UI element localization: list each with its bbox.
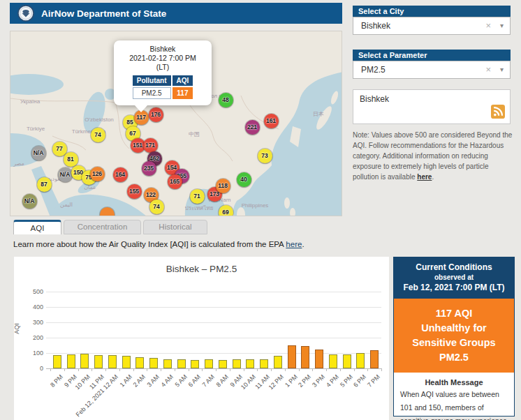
chart-bar[interactable] bbox=[163, 359, 172, 368]
map-marker[interactable]: 155 bbox=[127, 184, 142, 199]
chart-gridline bbox=[46, 307, 381, 308]
city-clear-icon[interactable]: × bbox=[485, 17, 491, 34]
chart-bar[interactable] bbox=[80, 354, 89, 368]
x-axis-line bbox=[46, 368, 381, 369]
chart-bar[interactable] bbox=[274, 356, 282, 368]
map-marker[interactable]: 126 bbox=[90, 167, 105, 181]
map-country-label: Philippines bbox=[242, 202, 269, 209]
chart-bar[interactable] bbox=[53, 355, 61, 368]
cc-title: Current Conditions bbox=[397, 262, 511, 273]
y-axis-tick-label: 400 bbox=[21, 303, 43, 310]
map[interactable]: УкраїнаTürkiyeO'zbekistonTürkmenistanمصر… bbox=[10, 31, 342, 216]
cc-aqi-value: 117 AQI bbox=[398, 306, 510, 321]
map-marker[interactable]: 40 bbox=[237, 172, 251, 187]
select-city-header: Select a City bbox=[353, 6, 511, 17]
map-country-label: اليمن bbox=[60, 202, 73, 208]
x-axis-tick bbox=[340, 368, 341, 371]
y-axis-tick-label: 200 bbox=[21, 334, 43, 341]
x-axis-tick bbox=[189, 368, 189, 371]
chart-bar[interactable] bbox=[219, 360, 227, 368]
chart-bar[interactable] bbox=[205, 359, 213, 368]
map-marker[interactable]: 221 bbox=[245, 120, 260, 135]
chart-bar[interactable] bbox=[315, 350, 323, 368]
chart-bar[interactable] bbox=[67, 354, 75, 368]
map-marker[interactable]: 171 bbox=[143, 138, 158, 153]
tab-concentration[interactable]: Concentration bbox=[64, 220, 141, 234]
map-marker[interactable]: 176 bbox=[149, 107, 163, 122]
chart-bar[interactable] bbox=[108, 355, 117, 368]
popup-pollutant-value: PM2.5 bbox=[133, 87, 171, 99]
chart-bar[interactable] bbox=[301, 346, 309, 368]
select-parameter-header: Select a Parameter bbox=[353, 50, 511, 61]
city-select[interactable]: Bishkek × ▾ bbox=[353, 17, 511, 35]
health-message-title: Health Message bbox=[394, 378, 514, 387]
cc-observed-at: observed at bbox=[397, 273, 511, 283]
chart-bar[interactable] bbox=[233, 359, 241, 368]
map-marker[interactable]: 69 bbox=[219, 205, 233, 217]
map-marker[interactable]: 48 bbox=[219, 93, 233, 107]
map-marker[interactable]: 118 bbox=[216, 179, 230, 193]
map-marker[interactable]: 74 bbox=[91, 128, 105, 142]
x-axis-tick bbox=[244, 368, 244, 371]
tab-historical[interactable]: Historical bbox=[143, 220, 207, 234]
parameter-caret-icon[interactable]: ▾ bbox=[500, 61, 504, 78]
learn-more-body: Learn more about how the Air Quality Ind… bbox=[13, 240, 286, 248]
chart-bar[interactable] bbox=[94, 355, 103, 368]
map-marker[interactable]: 71 bbox=[190, 189, 205, 204]
learn-more-suffix: . bbox=[302, 240, 304, 248]
map-marker[interactable]: N/A bbox=[22, 194, 37, 209]
chart-bar[interactable] bbox=[343, 354, 351, 368]
x-axis-tick bbox=[78, 368, 79, 371]
map-marker[interactable]: 87 bbox=[37, 177, 52, 192]
chart-bar[interactable] bbox=[370, 350, 379, 368]
chart-bar[interactable] bbox=[288, 345, 296, 368]
x-axis-tick bbox=[202, 368, 203, 371]
map-marker[interactable]: N/A bbox=[31, 146, 46, 160]
map-marker[interactable]: 77 bbox=[52, 142, 67, 156]
map-marker[interactable]: 73 bbox=[258, 149, 272, 163]
note-suffix: . bbox=[432, 173, 434, 181]
x-axis-tick bbox=[312, 368, 313, 371]
chart-bar[interactable] bbox=[149, 358, 158, 368]
map-marker[interactable]: N/A bbox=[58, 167, 73, 182]
map-marker[interactable]: 161 bbox=[264, 114, 279, 128]
parameter-select-value: PM2.5 bbox=[361, 65, 386, 75]
x-axis-tick bbox=[119, 368, 120, 371]
chart-bar[interactable] bbox=[329, 354, 337, 368]
map-country-label: مصر bbox=[13, 160, 24, 167]
x-axis-tick bbox=[50, 368, 51, 371]
note-here-link[interactable]: here bbox=[417, 173, 432, 181]
chart-gridline bbox=[46, 322, 381, 323]
rss-box: Bishkek bbox=[353, 89, 511, 124]
chart-bar[interactable] bbox=[246, 359, 254, 368]
chart-bar[interactable] bbox=[260, 359, 268, 368]
chart-panel: Bishkek – PM2.5 AQI 01002003004005008 PM… bbox=[14, 257, 389, 420]
current-conditions-header: Current Conditions observed at Feb 12, 2… bbox=[394, 257, 514, 299]
parameter-select[interactable]: PM2.5 × ▾ bbox=[353, 61, 511, 79]
map-marker[interactable]: 165 bbox=[168, 174, 182, 189]
city-caret-icon[interactable]: ▾ bbox=[500, 17, 504, 34]
popup-col-pollutant: Pollutant bbox=[133, 75, 171, 86]
map-country-label: O'zbekiston bbox=[85, 117, 114, 123]
chart-bar[interactable] bbox=[356, 353, 365, 368]
rss-icon[interactable] bbox=[491, 105, 505, 119]
map-marker[interactable]: 81 bbox=[64, 152, 78, 167]
map-marker[interactable]: 74 bbox=[149, 200, 164, 214]
parameter-clear-icon[interactable]: × bbox=[485, 61, 491, 78]
chart-bar[interactable] bbox=[191, 360, 199, 368]
learn-more-here-link[interactable]: here bbox=[286, 240, 302, 248]
chart-bar[interactable] bbox=[122, 356, 131, 368]
x-axis-tick bbox=[381, 368, 382, 371]
x-axis-tick bbox=[271, 368, 272, 371]
app-header: AirNow Department of State bbox=[10, 3, 342, 24]
popup-aqi-table: Pollutant AQI PM2.5 117 bbox=[131, 74, 195, 100]
chart-bar[interactable] bbox=[177, 359, 186, 368]
map-marker[interactable]: 235 bbox=[142, 161, 156, 176]
x-axis-tick bbox=[367, 368, 368, 371]
map-marker[interactable]: 164 bbox=[113, 167, 128, 182]
chart-bar[interactable] bbox=[135, 357, 144, 368]
tab-aqi[interactable]: AQI bbox=[13, 220, 61, 234]
chart-plot-area: 01002003004005008 PM9 PM10 PM11 PMFeb 12… bbox=[14, 257, 389, 420]
x-axis-tick bbox=[161, 368, 161, 371]
map-country-label: عمان bbox=[84, 184, 96, 190]
